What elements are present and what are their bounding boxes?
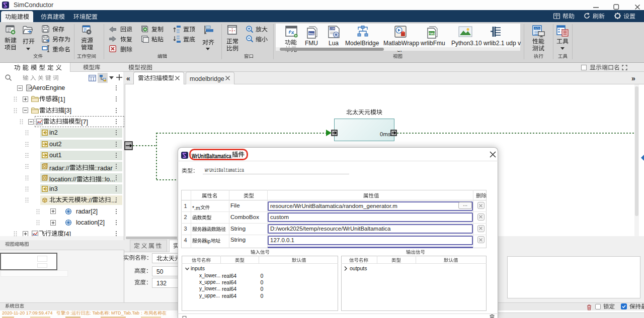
svg-text:LUA: LUA bbox=[330, 27, 335, 30]
svg-text:FMU: FMU bbox=[429, 32, 435, 35]
svg-text:</>: </> bbox=[535, 27, 540, 30]
svg-text:fmu: fmu bbox=[309, 32, 314, 35]
